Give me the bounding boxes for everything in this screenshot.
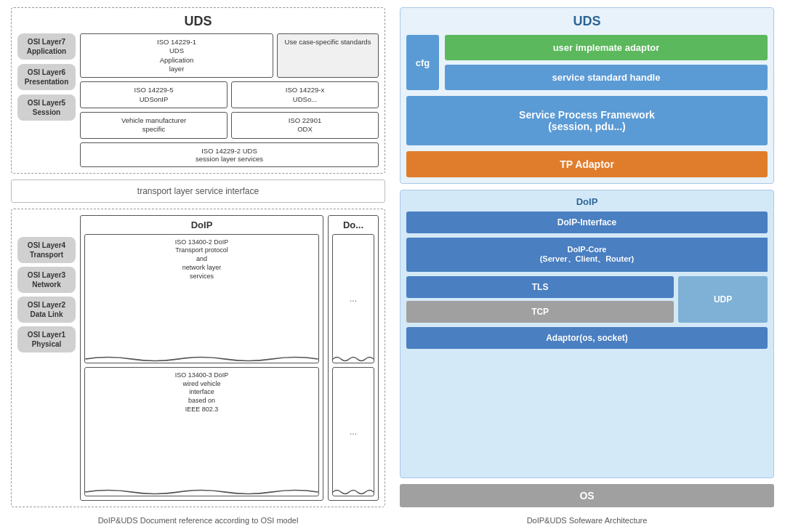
uds-iso-content: ISO 14229-1 UDS Application layer Use ca… <box>80 33 379 167</box>
uds-left-title: UDS <box>17 14 379 29</box>
dots-item2: ... <box>332 367 374 496</box>
osi-layers-left: OSI Layer7Application OSI Layer6Presenta… <box>17 33 76 167</box>
uds-right-inner: cfg user implemate adaptor service stand… <box>406 35 768 90</box>
iso-row-2: ISO 14229-5 UDSonIP ISO 14229-x UDSo... <box>80 81 379 108</box>
osi-layer5: OSI Layer5Session <box>17 94 76 121</box>
iso14229-5-block: ISO 14229-5 UDSonIP <box>80 81 228 108</box>
tls-tcp-udp-wrapper: TLS TCP UDP <box>406 276 768 323</box>
udp-col: UDP <box>678 276 768 323</box>
os-block: OS <box>400 484 774 507</box>
uds-reference-box: UDS OSI Layer7Application OSI Layer6Pres… <box>11 7 385 174</box>
uds-right-layers: user implemate adaptor service standard … <box>445 35 768 90</box>
udp-block: UDP <box>678 276 768 323</box>
left-caption: DoIP&UDS Document reference according to… <box>11 516 385 525</box>
tcp-block: TCP <box>406 301 674 323</box>
adaptor-block: Adaptor(os, socket) <box>406 327 768 349</box>
osi-layer2: OSI Layer2Data Link <box>17 297 76 323</box>
use-case-block: Use case-specific standards <box>277 33 379 78</box>
doip-reference-section: OSI Layer4Transport OSI Layer3Network OS… <box>11 209 385 507</box>
iso14229-x-block: ISO 14229-x UDSo... <box>231 81 379 108</box>
right-panel: UDS cfg user implemate adaptor service s… <box>400 7 774 525</box>
doip-item1: ISO 13400-2 DoIP Transport protocol and … <box>84 234 319 363</box>
service-standard-block: service standard handle <box>445 65 768 90</box>
osi-layer1: OSI Layer1Physical <box>17 326 76 352</box>
uds-inner: OSI Layer7Application OSI Layer6Presenta… <box>17 33 379 167</box>
tls-tcp-col: TLS TCP <box>406 276 674 323</box>
osi-layer7: OSI Layer7Application <box>17 33 76 60</box>
tls-block: TLS <box>406 276 674 298</box>
uds-software-box: UDS cfg user implemate adaptor service s… <box>400 7 774 184</box>
vehicle-mfr-row: Vehicle manufacturer specific ISO 22901 … <box>80 112 379 139</box>
tp-adaptor-block: TP Adaptor <box>406 151 768 177</box>
dots-item1: ... <box>332 234 374 363</box>
doip-software-box: DoIP DoIP-Interface DoIP-Core (Server、Cl… <box>400 190 774 478</box>
spf-block: Service Process Framework (session, pdu.… <box>406 96 768 145</box>
dots-col: Do... ... ... <box>328 215 379 501</box>
doip-interface-block: DoIP-Interface <box>406 211 768 233</box>
osi-layer3: OSI Layer3Network <box>17 267 76 293</box>
cfg-box: cfg <box>406 35 439 90</box>
doip-columns: DoIP ISO 13400-2 DoIP Transport protocol… <box>80 215 379 501</box>
doip-right-title: DoIP <box>406 196 768 207</box>
right-caption: DoIP&UDS Sofeware Architecture <box>400 516 774 525</box>
vehicle-mfr-block: Vehicle manufacturer specific <box>80 112 228 139</box>
iso-row-1: ISO 14229-1 UDS Application layer Use ca… <box>80 33 379 78</box>
osi-layers-bottom: OSI Layer4Transport OSI Layer3Network OS… <box>17 215 76 501</box>
iso14229-1-block: ISO 14229-1 UDS Application layer <box>80 33 273 78</box>
osi-layer6: OSI Layer6Presentation <box>17 64 76 90</box>
iso22901-block: ISO 22901 ODX <box>231 112 379 139</box>
osi-layer4: OSI Layer4Transport <box>17 237 76 263</box>
main-container: UDS OSI Layer7Application OSI Layer6Pres… <box>11 7 774 525</box>
left-panel: UDS OSI Layer7Application OSI Layer6Pres… <box>11 7 385 525</box>
doip-item2: ISO 13400-3 DoIP wired vehicle interface… <box>84 367 319 496</box>
transport-layer-box: transport layer service interface <box>11 180 385 203</box>
doip-core-block: DoIP-Core (Server、Client、Router) <box>406 238 768 272</box>
doip-col1: DoIP ISO 13400-2 DoIP Transport protocol… <box>80 215 323 501</box>
user-implement-block: user implemate adaptor <box>445 35 768 60</box>
uds-right-title: UDS <box>406 14 768 29</box>
session-row: ISO 14229-2 UDS session layer services <box>80 142 379 167</box>
